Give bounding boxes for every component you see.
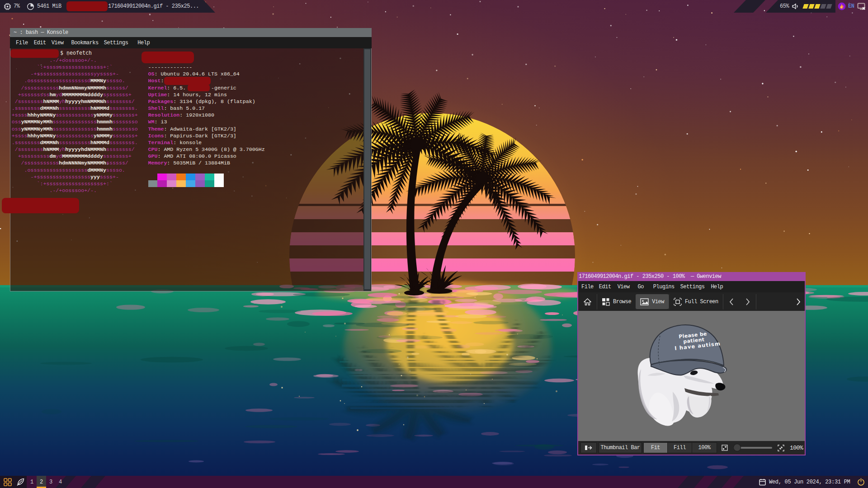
toolbar-overflow-icon[interactable]: [796, 298, 801, 306]
power-button[interactable]: [857, 478, 865, 488]
ascii-art-line: /sssssssshNMMMyhhyyyyhmNMMMNhssssssss/: [12, 98, 138, 105]
workspace-2[interactable]: 2: [37, 476, 46, 488]
browse-grid-icon: [602, 298, 610, 306]
neofetch-info-row: Terminal: konsole: [148, 139, 265, 146]
neofetch-label: Host: [148, 78, 161, 84]
thumbnail-bar-button[interactable]: Thumbnail Bar: [599, 442, 642, 453]
ascii-art-line: -+ssssssssssssssssssyyssss+-: [12, 70, 138, 77]
konsole-menu-edit[interactable]: Edit: [34, 40, 46, 46]
gwenview-image-view[interactable]: Please be patient I have autism: [578, 311, 805, 441]
konsole-scrollbar[interactable]: [363, 48, 371, 291]
ascii-art-line: ossyNMMMNyMMhsssssssssssssshmmmhssssssso: [12, 126, 138, 132]
brightness-text: 65%: [780, 0, 789, 13]
konsole-title-text: ~ : bash — Konsole: [14, 29, 68, 36]
redaction-box-prompt-user: [10, 49, 59, 58]
ascii-art-line: +sssssssssdmydMMMMMMMMddddyssssssss+: [12, 153, 138, 160]
konsole-menubar: FileEditViewBookmarksSettingsHelp: [10, 37, 372, 48]
volume-bar-2-filled: [808, 4, 814, 9]
palette-block: [148, 180, 158, 187]
sidebar-toggle-icon: [585, 445, 593, 451]
ascii-art-line: /ssssssssssshdmNNNNmyNMMMMhssssss/: [12, 160, 138, 166]
gwenview-menu-view[interactable]: View: [618, 284, 630, 290]
zoom-mode-group: Fit Fill 100%: [643, 442, 717, 453]
ascii-art-line: `:+ssssssssssssssssss+:`: [12, 180, 138, 187]
gwenview-menu-go[interactable]: Go: [637, 284, 643, 290]
gwenview-menu-edit[interactable]: Edit: [599, 284, 611, 290]
gwenview-toolbar: Browse View Full Screen: [578, 292, 805, 311]
ascii-art-line: +ssssssssshmydMMMMMMMNddddyssssssss+: [12, 91, 138, 98]
gwenview-menu-file[interactable]: File: [581, 284, 594, 290]
topbar-stripe: [734, 0, 765, 13]
redaction-box-topbar: [66, 1, 108, 11]
konsole-menu-settings[interactable]: Settings: [104, 40, 128, 46]
redaction-box-neofetch-title: [142, 52, 194, 63]
neofetch-info-row: WM: i3: [148, 118, 265, 125]
fullscreen-button[interactable]: Full Screen: [669, 292, 723, 311]
konsole-titlebar[interactable]: ~ : bash — Konsole: [10, 28, 372, 37]
zoom-actual-size-icon[interactable]: [778, 445, 784, 451]
tray-flame-icon[interactable]: [838, 0, 846, 13]
zoom-out-fit-icon[interactable]: [722, 445, 728, 451]
terminal-palette-row: [148, 174, 265, 180]
fullscreen-label: Full Screen: [685, 299, 718, 305]
zoom-fill-button[interactable]: Fill: [667, 442, 692, 453]
palette-block: [167, 174, 176, 180]
fill-label: Fill: [674, 445, 686, 451]
konsole-scrollbar-thumb[interactable]: [364, 49, 370, 289]
konsole-menu-file[interactable]: File: [16, 40, 28, 46]
konsole-terminal[interactable]: $ neofetch .-/+oosssoo+/-. `:+ssssssssss…: [10, 48, 372, 291]
sidebar-toggle-button[interactable]: [580, 442, 597, 453]
ascii-art-line: ossyNMMMNyMMhsssssssssssssshmmmhssssssso: [12, 118, 138, 125]
neofetch-label: GPU: [148, 153, 158, 159]
ascii-art-line: +sssshhhyNMMNyssssssssssssyNMMMysssssss+: [12, 112, 138, 118]
zoom-100-label: 100%: [698, 445, 711, 451]
neofetch-label: Memory: [148, 160, 167, 166]
tray-display-icon[interactable]: [857, 0, 866, 13]
konsole-window: ~ : bash — Konsole FileEditViewBookmarks…: [10, 28, 372, 291]
speaker-icon: [792, 3, 799, 10]
top-status-bar: 7% 5461 MiB 1716049912004n.gif - 235x25.…: [0, 0, 868, 13]
next-image-icon[interactable]: [745, 298, 750, 306]
cpu-icon: [4, 3, 11, 10]
workspace-4[interactable]: 4: [56, 476, 65, 488]
browse-button[interactable]: Browse: [597, 292, 636, 311]
fit-label: Fit: [651, 445, 660, 451]
palette-block: [148, 174, 158, 180]
palette-block: [157, 174, 167, 180]
zoom-100-button[interactable]: 100%: [692, 442, 717, 453]
konsole-menu-help[interactable]: Help: [137, 40, 150, 46]
view-button[interactable]: View: [636, 294, 669, 309]
workspace-1[interactable]: 1: [27, 476, 37, 488]
gwenview-window: 1716049912004n.gif - 235x250 - 100% — Gw…: [577, 272, 806, 455]
power-icon: [857, 478, 865, 486]
launcher-grid[interactable]: [4, 478, 12, 488]
zoom-slider-knob[interactable]: [733, 444, 741, 451]
neofetch-info-row: GPU: AMD ATI 08:00.0 Picasso: [148, 153, 265, 160]
ascii-art-line: .-/+oosssoo+/-.: [12, 57, 138, 64]
zoom-slider[interactable]: [733, 447, 772, 449]
launcher-quill[interactable]: [16, 478, 25, 488]
gwenview-menu-help[interactable]: Help: [711, 284, 723, 290]
neofetch-info-row: Uptime: 14 hours, 12 mins: [148, 91, 265, 98]
bear-image: Please be patient I have autism: [578, 311, 805, 441]
konsole-menu-view[interactable]: View: [52, 40, 64, 46]
workspace-3[interactable]: 3: [46, 476, 56, 488]
keyboard-layout-text: EN: [848, 3, 854, 9]
palette-block: [214, 180, 224, 187]
ascii-art-line: .ssssssssdMMMNhsssssssssshNMMMdssssssss.: [12, 105, 138, 112]
gwenview-menu-plugins[interactable]: Plugins: [653, 284, 675, 290]
konsole-menu-bookmarks[interactable]: Bookmarks: [71, 40, 98, 46]
previous-image-icon[interactable]: [729, 298, 734, 306]
zoom-fit-button[interactable]: Fit: [643, 442, 667, 453]
focused-window-title: 1716049912004n.gif - 235x25...: [108, 0, 199, 13]
palette-block: [167, 180, 176, 187]
palette-block: [176, 180, 186, 187]
neofetch-label: Icons: [148, 133, 164, 139]
volume-bar-3-filled: [814, 4, 820, 9]
gwenview-titlebar[interactable]: 1716049912004n.gif - 235x250 - 100% — Gw…: [577, 272, 806, 281]
gwenview-menu-settings[interactable]: Settings: [680, 284, 705, 290]
neofetch-label: Terminal: [148, 140, 174, 145]
flame-icon: [838, 2, 846, 10]
keyboard-layout-indicator[interactable]: EN: [848, 0, 854, 13]
home-button[interactable]: [578, 292, 597, 311]
